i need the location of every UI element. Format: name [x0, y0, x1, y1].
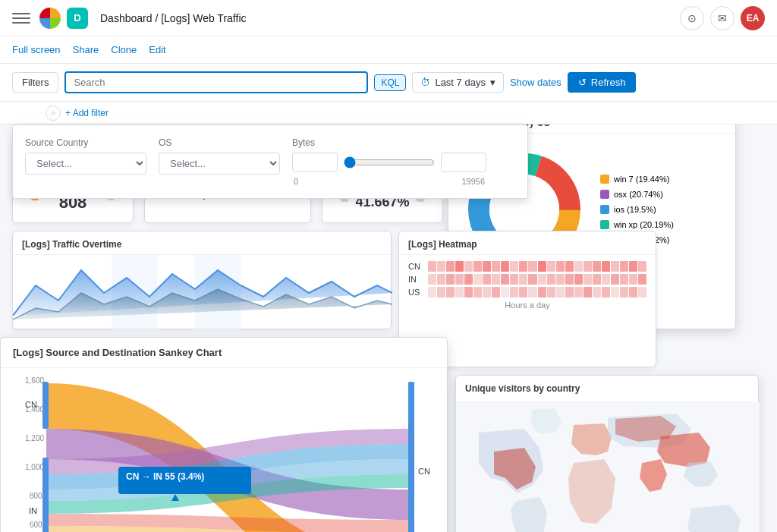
world-map-svg	[456, 402, 760, 532]
traffic-overtime-card: [Logs] Traffic Overtime	[12, 231, 392, 329]
add-filter-link[interactable]: + Add filter	[65, 108, 109, 118]
traffic-overtime-title: [Logs] Traffic Overtime	[13, 231, 391, 255]
legend-winxp: win xp (20.19%)	[614, 220, 674, 229]
legend-ios: ios (19.5%)	[614, 205, 656, 214]
source-country-filter: Source Country Select...	[25, 137, 146, 186]
os-filter: OS Select...	[159, 137, 280, 186]
filter-toggle[interactable]: ○	[46, 105, 61, 121]
bytes-filter: Bytes 0 19956	[292, 137, 486, 186]
edit-link[interactable]: Edit	[149, 44, 165, 55]
app-icon: D	[67, 8, 88, 29]
svg-text:CN → IN 55 (3.4%): CN → IN 55 (3.4%)	[126, 471, 204, 482]
svg-text:800: 800	[30, 492, 42, 500]
filter-bar: Filters KQL ⏱ Last 7 days ▾ Show dates ↺…	[0, 64, 777, 102]
refresh-icon: ↺	[578, 77, 587, 88]
avatar[interactable]: EA	[741, 6, 765, 30]
svg-text:1,200: 1,200	[25, 434, 44, 442]
filter-dropdown-panel: Source Country Select... OS Select... By…	[12, 124, 528, 199]
svg-text:1,600: 1,600	[25, 376, 44, 385]
os-label: OS	[159, 137, 280, 148]
refresh-button[interactable]: ↺ Refresh	[568, 72, 637, 93]
time-label: Last 7 days	[435, 77, 486, 88]
svg-rect-20	[408, 382, 414, 532]
hamburger-menu[interactable]	[12, 9, 30, 27]
kibana-logo	[39, 8, 61, 29]
bytes-min-input[interactable]	[292, 153, 338, 172]
sankey-chart: 1,600 1,400 1,200 1,000 800 600 400 200 …	[1, 368, 448, 532]
action-bar: Full screen Share Clone Edit	[0, 36, 777, 64]
sankey-title: [Logs] Source and Destination Sankey Cha…	[1, 338, 447, 368]
clock-icon: ⏱	[420, 77, 430, 88]
heatmap-title: [Logs] Heatmap	[399, 231, 656, 255]
legend-win7: win 7 (19.44%)	[614, 175, 669, 184]
settings-icon[interactable]: ⊙	[680, 6, 704, 30]
sankey-card: [Logs] Source and Destination Sankey Cha…	[0, 337, 448, 532]
svg-text:600: 600	[30, 521, 42, 529]
share-link[interactable]: Share	[73, 44, 99, 55]
filters-button[interactable]: Filters	[12, 72, 58, 93]
nav-icons: ⊙ ✉ EA	[680, 6, 765, 30]
clone-link[interactable]: Clone	[111, 44, 137, 55]
full-screen-link[interactable]: Full screen	[12, 44, 61, 55]
bytes-range-slider[interactable]	[344, 156, 435, 168]
svg-text:1,000: 1,000	[25, 463, 44, 471]
heatmap-x-label: Hours a day	[408, 301, 646, 310]
nav-bar: D Dashboard / [Logs] Web Traffic ⊙ ✉ EA	[0, 0, 777, 36]
heatmap-row-us: US	[408, 288, 426, 297]
heatmap-content: CN	[399, 255, 656, 316]
world-map-title: Unique visitors by country	[456, 376, 758, 402]
source-country-select[interactable]: Select...	[25, 153, 146, 175]
source-country-label: Source Country	[25, 137, 146, 148]
bytes-max-label: 19956	[461, 177, 485, 186]
legend-osx: osx (20.74%)	[614, 190, 663, 199]
kql-badge[interactable]: KQL	[374, 74, 406, 91]
mail-icon[interactable]: ✉	[710, 6, 735, 30]
svg-text:IN: IN	[29, 506, 37, 515]
svg-text:CN: CN	[418, 467, 430, 476]
svg-text:CN: CN	[25, 400, 37, 409]
bytes-min-label: 0	[294, 177, 298, 186]
breadcrumb: Dashboard / [Logs] Web Traffic	[100, 12, 247, 24]
svg-rect-18	[42, 458, 49, 532]
search-input[interactable]	[64, 71, 368, 93]
time-picker[interactable]: ⏱ Last 7 days ▾	[412, 72, 504, 93]
heatmap-row-cn: CN	[408, 262, 426, 271]
heatmap-row-in: IN	[408, 275, 426, 284]
world-map-card: Unique visitors by country	[455, 375, 759, 532]
bytes-max-input[interactable]	[441, 153, 486, 172]
add-filter-row: ○ + Add filter	[0, 102, 777, 124]
os-select[interactable]: Select...	[159, 153, 280, 175]
chevron-down-icon: ▾	[490, 77, 495, 88]
svg-rect-17	[42, 382, 49, 429]
bytes-label: Bytes	[292, 137, 486, 148]
show-dates-button[interactable]: Show dates	[510, 77, 562, 88]
traffic-overtime-chart	[13, 255, 392, 331]
